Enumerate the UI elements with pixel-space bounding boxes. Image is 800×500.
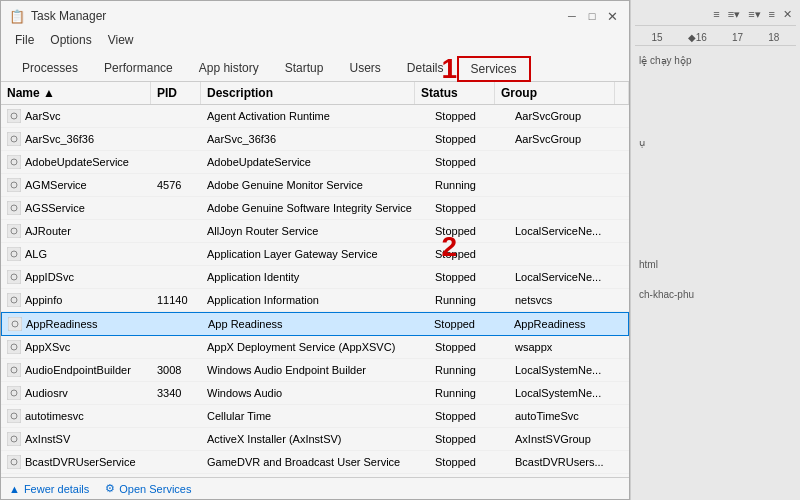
service-name-text: Appinfo [25, 291, 62, 309]
service-pid-cell [151, 197, 201, 219]
service-name-cell: AxInstSV [1, 428, 151, 450]
fewer-details-label: Fewer details [24, 483, 89, 495]
menu-view[interactable]: View [100, 31, 142, 49]
service-pid-cell [151, 243, 201, 265]
table-row[interactable]: AarSvcAgent Activation RuntimeStoppedAar… [1, 105, 629, 128]
service-description-cell: Agent Activation Runtime [201, 105, 429, 127]
rp-text2: ụ [635, 132, 796, 154]
service-description-cell: Windows Audio Endpoint Builder [201, 359, 429, 381]
svg-rect-4 [7, 155, 21, 169]
tab-bar: Processes Performance App history Startu… [1, 51, 629, 82]
svg-rect-28 [7, 432, 21, 446]
table-row[interactable]: Audiosrv3340Windows AudioRunningLocalSys… [1, 382, 629, 405]
table-row[interactable]: AudioEndpointBuilder3008Windows Audio En… [1, 359, 629, 382]
tab-services[interactable]: Services [457, 56, 531, 82]
svg-rect-0 [7, 109, 21, 123]
service-name-cell: Appinfo [1, 289, 151, 311]
tab-processes[interactable]: Processes [9, 56, 91, 82]
col-description[interactable]: Description [201, 82, 415, 104]
close-button[interactable]: ✕ [603, 7, 621, 25]
service-description-cell: AllJoyn Router Service [201, 220, 429, 242]
col-scroll [615, 82, 629, 104]
open-services-button[interactable]: ⚙ Open Services [105, 482, 191, 495]
service-name-text: AarSvc [25, 107, 60, 125]
service-group-cell: AarSvcGroup [509, 105, 629, 127]
rp-num5: ✕ [783, 8, 792, 21]
rp-num2: ≡▾ [728, 8, 740, 21]
service-icon [7, 201, 21, 215]
service-name-cell: AppXSvc [1, 336, 151, 358]
service-icon [8, 317, 22, 331]
table-row[interactable]: autotimesvcCellular TimeStoppedautoTimeS… [1, 405, 629, 428]
col-name[interactable]: Name ▲ [1, 82, 151, 104]
table-row[interactable]: AJRouterAllJoyn Router ServiceStoppedLoc… [1, 220, 629, 243]
service-icon [7, 293, 21, 307]
service-pid-cell [152, 313, 202, 335]
table-row[interactable]: BcastDVRUserServiceGameDVR and Broadcast… [1, 451, 629, 474]
minimize-button[interactable]: ─ [563, 7, 581, 25]
rp-text4: ch-khac-phu [635, 284, 796, 306]
open-services-label: Open Services [119, 483, 191, 495]
service-status-cell: Running [429, 382, 509, 404]
window-controls: ─ □ ✕ [563, 7, 621, 25]
table-row[interactable]: AppXSvcAppX Deployment Service (AppXSVC)… [1, 336, 629, 359]
service-group-cell [509, 197, 629, 219]
table-row[interactable]: AGSServiceAdobe Genuine Software Integri… [1, 197, 629, 220]
table-header: Name ▲ PID Description Status Group [1, 82, 629, 105]
table-body[interactable]: AarSvcAgent Activation RuntimeStoppedAar… [1, 105, 629, 477]
table-row[interactable]: Appinfo11140Application InformationRunni… [1, 289, 629, 312]
service-name-cell: AppReadiness [2, 313, 152, 335]
rp-col-17: 17 [732, 32, 743, 43]
service-name-cell: AarSvc_36f36 [1, 128, 151, 150]
table-row[interactable]: ALGApplication Layer Gateway ServiceStop… [1, 243, 629, 266]
service-status-cell: Stopped [429, 105, 509, 127]
table-row[interactable]: AppIDSvcApplication IdentityStoppedLocal… [1, 266, 629, 289]
service-group-cell: AarSvcGroup [509, 128, 629, 150]
table-row[interactable]: AGMService4576Adobe Genuine Monitor Serv… [1, 174, 629, 197]
service-description-cell: AarSvc_36f36 [201, 128, 429, 150]
tab-performance[interactable]: Performance [91, 56, 186, 82]
table-row[interactable]: AppReadinessApp ReadinessStoppedAppReadi… [1, 312, 629, 336]
menu-options[interactable]: Options [42, 31, 99, 49]
service-icon [7, 432, 21, 446]
service-name-text: AGSService [25, 199, 85, 217]
services-table: Name ▲ PID Description Status Group AarS… [1, 82, 629, 477]
service-status-cell: Stopped [429, 220, 509, 242]
table-row[interactable]: AdobeUpdateServiceAdobeUpdateServiceStop… [1, 151, 629, 174]
svg-rect-26 [7, 409, 21, 423]
service-name-text: autotimesvc [25, 407, 84, 425]
service-icon [7, 270, 21, 284]
service-group-cell [509, 174, 629, 196]
table-row[interactable]: AarSvc_36f36AarSvc_36f36StoppedAarSvcGro… [1, 128, 629, 151]
service-pid-cell [151, 405, 201, 427]
col-status[interactable]: Status [415, 82, 495, 104]
service-pid-cell: 4576 [151, 174, 201, 196]
rp-col-18: 18 [768, 32, 779, 43]
col-pid[interactable]: PID [151, 82, 201, 104]
menu-bar: File Options View [1, 29, 629, 51]
tab-app-history[interactable]: App history [186, 56, 272, 82]
table-row[interactable]: AxInstSVActiveX Installer (AxInstSV)Stop… [1, 428, 629, 451]
svg-rect-24 [7, 386, 21, 400]
service-name-cell: AGMService [1, 174, 151, 196]
service-name-text: AarSvc_36f36 [25, 130, 94, 148]
tab-startup[interactable]: Startup [272, 56, 337, 82]
service-pid-cell [151, 428, 201, 450]
service-name-cell: ALG [1, 243, 151, 265]
open-services-icon: ⚙ [105, 482, 115, 495]
service-description-cell: Application Layer Gateway Service [201, 243, 429, 265]
service-group-cell: autoTimeSvc [509, 405, 629, 427]
service-pid-cell: 3008 [151, 359, 201, 381]
tab-details[interactable]: Details [394, 56, 457, 82]
restore-button[interactable]: □ [583, 7, 601, 25]
service-icon [7, 132, 21, 146]
col-group[interactable]: Group [495, 82, 615, 104]
rp-text3: html [635, 254, 796, 276]
fewer-details-button[interactable]: ▲ Fewer details [9, 483, 89, 495]
service-status-cell: Stopped [429, 405, 509, 427]
service-name-cell: AGSService [1, 197, 151, 219]
service-icon [7, 409, 21, 423]
tab-users[interactable]: Users [336, 56, 393, 82]
service-name-text: AppIDSvc [25, 268, 74, 286]
menu-file[interactable]: File [7, 31, 42, 49]
